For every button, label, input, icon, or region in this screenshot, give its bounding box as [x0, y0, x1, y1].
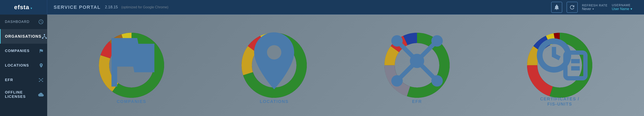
svg-line-39 [397, 61, 417, 81]
logo-name: efsta [14, 4, 29, 10]
sidebar-item-offline-licenses[interactable]: OFFLINE LICENSES [0, 87, 47, 102]
locations-donut: LOCATIONS [240, 31, 308, 100]
svg-point-1 [42, 37, 43, 39]
username-section: USERNAME User Name ▾ [612, 3, 638, 11]
companies-chart-center: COMPANIES [110, 27, 153, 104]
sidebar-item-dashboard-label: DASHBOARD [5, 20, 30, 24]
header-center: SERVICE PORTAL 2.18.15 (optimized for Go… [47, 4, 551, 10]
locations-chart-center: LOCATIONS [253, 27, 296, 104]
svg-line-37 [397, 41, 417, 61]
sidebar-item-locations[interactable]: LOCATIONS [0, 58, 47, 73]
cloud-icon [38, 92, 44, 97]
username-label: USERNAME [612, 3, 630, 7]
charts-area: COMPANIES [47, 14, 644, 116]
companies-flag-icon [97, 27, 166, 97]
refresh-chevron-icon: ▾ [592, 7, 594, 10]
clock-icon [38, 19, 44, 25]
sidebar-item-efr-label: EFR [5, 78, 13, 82]
efr-donut: EFR [383, 31, 451, 100]
efr-chart-center: EFR [396, 27, 438, 104]
sidebar-item-organisations-label: ORGANISATIONS [5, 34, 42, 39]
certificates-label-line2: FIS-UNITS [547, 102, 572, 106]
network-icon [38, 77, 44, 83]
svg-point-0 [44, 34, 45, 35]
org-icon [42, 33, 48, 39]
certificate-icon [525, 24, 594, 95]
logo-area: efsta▼ [0, 0, 47, 14]
locations-chart[interactable]: LOCATIONS [240, 31, 308, 100]
sidebar-item-offline-licenses-label: OFFLINE LICENSES [5, 90, 38, 99]
certificates-donut: CERTIFICATES / FIS-UNITS [525, 31, 594, 100]
main-content: DASHBOARD ORGANISATIONS COMPANIES LOCATI… [0, 14, 644, 116]
notification-button[interactable] [551, 2, 562, 13]
companies-chart-label: COMPANIES [117, 99, 146, 104]
top-header: efsta▼ SERVICE PORTAL 2.18.15 (optimized… [0, 0, 644, 14]
certificates-chart-center: CERTIFICATES / FIS-UNITS [538, 24, 581, 107]
svg-point-2 [46, 37, 47, 39]
flag-icon [38, 48, 44, 53]
sidebar-item-efr[interactable]: EFR [0, 73, 47, 87]
companies-chart[interactable]: COMPANIES [97, 31, 166, 100]
svg-line-38 [417, 41, 437, 61]
svg-line-12 [41, 79, 43, 80]
companies-donut: COMPANIES [97, 31, 166, 100]
refresh-rate-section: REFRESH RATE Never ▾ [582, 4, 608, 11]
efr-chart-label: EFR [412, 99, 422, 104]
service-portal-label: SERVICE PORTAL [54, 4, 100, 10]
locations-chart-label: LOCATIONS [260, 99, 288, 104]
optimized-text: (optimized for Google Chrome) [121, 5, 168, 9]
version-badge: 2.18.15 [105, 5, 118, 9]
sidebar-item-companies[interactable]: COMPANIES [0, 44, 47, 58]
certificates-chart[interactable]: CERTIFICATES / FIS-UNITS [525, 31, 594, 100]
refresh-button[interactable] [566, 2, 578, 13]
refresh-rate-value[interactable]: Never ▾ [582, 7, 594, 11]
sidebar-item-dashboard[interactable]: DASHBOARD [0, 14, 47, 29]
svg-line-13 [39, 80, 41, 82]
logo-text: efsta▼ [14, 4, 33, 11]
refresh-value-text: Never [582, 7, 591, 11]
header-right: REFRESH RATE Never ▾ USERNAME User Name … [551, 2, 644, 13]
efr-network-icon [383, 27, 451, 97]
username-chevron-icon: ▾ [630, 7, 632, 11]
logo-badge: ▼ [30, 7, 33, 10]
svg-line-40 [417, 61, 437, 81]
sidebar: DASHBOARD ORGANISATIONS COMPANIES LOCATI… [0, 14, 47, 116]
sidebar-item-companies-label: COMPANIES [5, 49, 30, 53]
notification-icon [554, 4, 560, 10]
username-text: User Name [612, 7, 629, 11]
refresh-icon [569, 4, 575, 10]
location-icon [38, 63, 44, 68]
refresh-rate-label: REFRESH RATE [582, 4, 608, 7]
svg-line-11 [39, 79, 41, 80]
sidebar-item-organisations[interactable]: ORGANISATIONS [0, 29, 47, 44]
certificates-chart-label: CERTIFICATES / FIS-UNITS [540, 96, 580, 107]
efr-chart[interactable]: EFR [383, 31, 451, 100]
locations-location-icon [240, 27, 308, 97]
svg-line-5 [44, 36, 46, 37]
svg-line-4 [43, 36, 44, 37]
svg-line-14 [41, 80, 43, 82]
username-value[interactable]: User Name ▾ [612, 7, 632, 11]
sidebar-item-locations-label: LOCATIONS [5, 63, 29, 68]
certificates-label-line1: CERTIFICATES / [540, 97, 580, 101]
